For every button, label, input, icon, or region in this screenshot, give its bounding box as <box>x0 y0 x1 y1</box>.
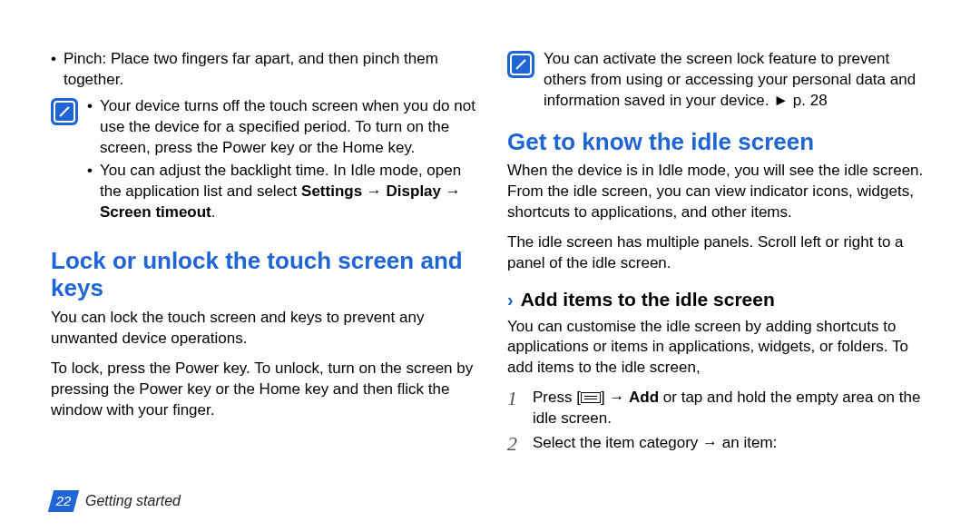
note-text: You can activate the screen lock feature… <box>544 50 916 109</box>
step-number: 1 <box>507 388 524 429</box>
para: You can customise the idle screen by add… <box>507 317 935 379</box>
page-number: 22 <box>51 490 76 512</box>
manual-page: • Pinch: Place two fingers far apart, an… <box>0 0 980 532</box>
bullet-pinch: • Pinch: Place two fingers far apart, an… <box>51 49 478 91</box>
note-bullet-1: • Your device turns off the touch screen… <box>87 96 478 159</box>
step-number: 2 <box>507 433 524 455</box>
note-text: Your device turns off the touch screen w… <box>100 96 478 159</box>
note-text-post: . <box>211 203 216 221</box>
note-block: You can activate the screen lock feature… <box>507 49 935 112</box>
note-block: • Your device turns off the touch screen… <box>51 96 478 225</box>
step-2: 2 Select the item category → an item: <box>507 433 935 455</box>
note-text: You can adjust the backlight time. In Id… <box>100 161 478 223</box>
step-text-mid: ] → <box>601 389 629 406</box>
note-icon <box>507 51 534 78</box>
para: When the device is in Idle mode, you wil… <box>507 161 935 223</box>
footer-section-name: Getting started <box>85 493 181 509</box>
bullet-dot: • <box>87 96 93 159</box>
bullet-dot: • <box>87 161 93 223</box>
note-content: • Your device turns off the touch screen… <box>87 96 478 225</box>
chevron-right-icon: › <box>507 288 514 312</box>
page-footer: 22 Getting started <box>51 490 181 512</box>
para: The idle screen has multiple panels. Scr… <box>507 232 935 274</box>
bullet-text: Pinch: Place two fingers far apart, and … <box>64 49 478 91</box>
para: To lock, press the Power key. To unlock,… <box>51 359 478 421</box>
menu-key-icon <box>581 392 601 403</box>
section-title-idle: Get to know the idle screen <box>507 128 935 156</box>
para: You can lock the touch screen and keys t… <box>51 308 478 350</box>
section-title-lock: Lock or unlock the touch screen and keys <box>51 247 478 302</box>
note-content: You can activate the screen lock feature… <box>544 49 935 112</box>
note-bullet-2: • You can adjust the backlight time. In … <box>87 161 478 223</box>
subsection-title: Add items to the idle screen <box>521 287 775 312</box>
subsection-add-items: › Add items to the idle screen <box>507 287 935 312</box>
step-text: Select the item category → an item: <box>533 433 935 455</box>
note-icon <box>51 98 78 125</box>
left-column: • Pinch: Place two fingers far apart, an… <box>51 49 478 532</box>
step-text: Press [] → Add or tap and hold the empty… <box>533 388 935 429</box>
page-number-badge: 22 <box>48 490 79 512</box>
right-column: You can activate the screen lock feature… <box>507 49 935 532</box>
step-text-bold: Add <box>629 389 659 406</box>
step-1: 1 Press [] → Add or tap and hold the emp… <box>507 388 935 429</box>
bullet-dot: • <box>51 49 56 91</box>
step-text-pre: Press [ <box>533 389 581 406</box>
